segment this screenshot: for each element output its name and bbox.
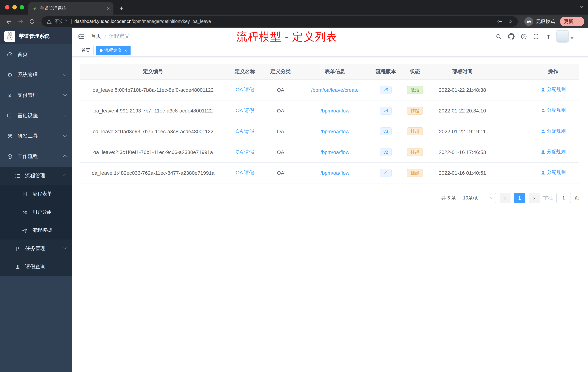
sidebar-item-payment[interactable]: ¥ 支付管理 — [0, 85, 72, 106]
breadcrumb-separator: / — [104, 33, 106, 39]
sidebar-item-process-management[interactable]: 流程管理 — [0, 167, 72, 185]
breadcrumb: 首页 / 流程定义 — [91, 33, 129, 40]
assign-rule-button[interactable]: 分配规则 — [541, 128, 566, 134]
sidebar-item-process-model[interactable]: 流程模型 — [0, 221, 72, 240]
sidebar-item-leave-query[interactable]: 请假查询 — [0, 258, 72, 276]
breadcrumb-home[interactable]: 首页 — [91, 33, 101, 40]
definition-name-link[interactable]: OA 请假 — [236, 169, 254, 175]
sidebar-item-dev-tools[interactable]: ⚒ 研发工具 — [0, 126, 72, 146]
window-zoom-button[interactable] — [20, 5, 24, 10]
form-link[interactable]: /bpm/oa/leave/create — [311, 87, 359, 93]
cell-category: OA — [264, 142, 297, 162]
address-bar[interactable]: 不安全 dashboard.yudao.iocoder.cn/bpm/manag… — [42, 16, 518, 27]
tag-label: 首页 — [82, 47, 90, 54]
window-close-button[interactable] — [5, 5, 10, 10]
url-path: /bpm/manager/definition?key=oa_leave — [131, 19, 211, 24]
navbar-actions: ? тT — [496, 30, 582, 43]
sidebar-item-infrastructure[interactable]: 基础设施 — [0, 106, 72, 126]
sidebar-item-label: 首页 — [17, 51, 28, 58]
cell-deploy-time: 2022-01-16 17:46:53 — [430, 142, 494, 162]
column-header-form: 表单信息 — [297, 64, 372, 79]
password-key-icon[interactable] — [496, 19, 502, 24]
hamburger-icon[interactable] — [78, 33, 85, 40]
pagination: 共 5 条 10条/页 ‹ 1 › 前往 页 — [80, 193, 579, 203]
sidebar-item-workflow[interactable]: 工作流程 — [0, 146, 72, 167]
font-size-icon[interactable]: тT — [545, 33, 550, 40]
paper-plane-icon — [22, 228, 28, 233]
chevron-down-icon — [63, 72, 67, 76]
sidebar-item-user-group[interactable]: 用户分组 — [0, 203, 72, 221]
definition-name-link[interactable]: OA 请假 — [236, 87, 254, 92]
tab-close-icon[interactable]: × — [107, 6, 110, 11]
user-menu[interactable] — [556, 30, 573, 43]
chevron-up-icon — [63, 155, 67, 158]
new-tab-button[interactable]: + — [116, 3, 126, 13]
reload-button[interactable] — [27, 16, 37, 27]
tag-home[interactable]: 首页 — [78, 46, 94, 55]
fullscreen-icon[interactable] — [533, 33, 539, 39]
definition-name-link[interactable]: OA 请假 — [236, 149, 254, 154]
github-icon[interactable] — [508, 33, 514, 40]
chrome-update-button[interactable]: 更新 ⋮ — [560, 17, 584, 26]
sidebar-item-task-management[interactable]: 任务管理 — [0, 240, 72, 258]
form-link[interactable]: /bpm/oa/flow — [321, 128, 349, 134]
definition-name-link[interactable]: OA 请假 — [236, 128, 254, 134]
yen-icon: ¥ — [7, 92, 13, 98]
prev-page-button[interactable]: ‹ — [500, 193, 511, 203]
page-1-button[interactable]: 1 — [514, 193, 525, 203]
user-icon — [15, 264, 20, 270]
flag-icon — [15, 246, 20, 252]
goto-label: 前往 — [543, 195, 553, 201]
assign-rule-button[interactable]: 分配规则 — [541, 87, 566, 93]
search-icon[interactable] — [496, 33, 502, 40]
form-link[interactable]: /bpm/oa/flow — [321, 170, 349, 176]
sidebar-item-system[interactable]: ⚙ 系统管理 — [0, 65, 72, 85]
browser-tab[interactable]: 芋道管理系统 × — [28, 2, 114, 15]
active-tag-dot — [100, 49, 103, 52]
sidebar-logo[interactable]: 芋道管理系统 — [0, 28, 72, 44]
version-badge: v3 — [380, 127, 392, 135]
next-page-button[interactable]: › — [529, 193, 540, 203]
sidebar-item-home[interactable]: 首页 — [0, 44, 72, 65]
tag-process-definition[interactable]: 流程定义 × — [96, 46, 131, 55]
main-area: 首页 / 流程定义 流程模型 - 定义列表 ? — [72, 28, 588, 372]
form-link[interactable]: /bpm/oa/flow — [321, 149, 349, 155]
assign-rule-button[interactable]: 分配规则 — [541, 107, 566, 114]
column-header-spacer — [494, 64, 527, 79]
user-group-icon — [22, 209, 28, 215]
assign-rule-button[interactable]: 分配规则 — [541, 169, 566, 176]
security-label: 不安全 — [54, 18, 68, 25]
bookmark-star-icon[interactable]: ☆ — [508, 18, 513, 25]
column-header-category: 定义分类 — [264, 64, 297, 79]
tag-close-icon[interactable]: × — [124, 48, 127, 53]
goto-page-input[interactable] — [556, 193, 571, 203]
forward-button[interactable] — [15, 16, 25, 27]
assign-rule-button[interactable]: 分配规则 — [541, 149, 566, 155]
tab-search-chevron-icon[interactable] — [579, 5, 584, 9]
cell-category: OA — [264, 162, 297, 183]
form-link[interactable]: /bpm/oa/flow — [321, 108, 349, 113]
app-title: 芋道管理系统 — [19, 33, 50, 40]
definition-name-link[interactable]: OA 请假 — [236, 107, 254, 113]
cell-id: oa_leave:2:3c1f0ef1-76b1-11ec-9c66-a2380… — [80, 142, 226, 162]
browser-tabstrip: 芋道管理系统 × + — [0, 0, 588, 15]
sidebar-item-label: 系统管理 — [17, 72, 38, 78]
window-minimize-button[interactable] — [12, 5, 17, 10]
sidebar-item-label: 流程管理 — [25, 173, 45, 179]
chevron-down-icon — [63, 246, 67, 249]
help-icon[interactable]: ? — [521, 33, 527, 40]
browser-menu-dots-icon[interactable]: ⋮ — [576, 19, 580, 24]
sidebar-item-label: 用户分组 — [32, 209, 52, 216]
version-badge: v2 — [380, 148, 392, 156]
status-badge: 挂起 — [407, 127, 423, 135]
content-area: 定义编号 定义名称 定义分类 表单信息 流程版本 状态 部署时间 操作 — [72, 57, 588, 372]
avatar[interactable] — [556, 30, 569, 43]
page-size-select[interactable]: 10条/页 — [460, 193, 496, 203]
back-button[interactable] — [4, 16, 14, 27]
tag-label: 流程定义 — [104, 47, 122, 54]
url-host: dashboard.yudao.iocoder.cn — [74, 19, 131, 24]
sidebar-item-process-form[interactable]: 流程表单 — [0, 185, 72, 203]
cell-category: OA — [264, 79, 297, 100]
column-header-status: 状态 — [399, 64, 430, 79]
chevron-down-icon — [63, 133, 67, 137]
